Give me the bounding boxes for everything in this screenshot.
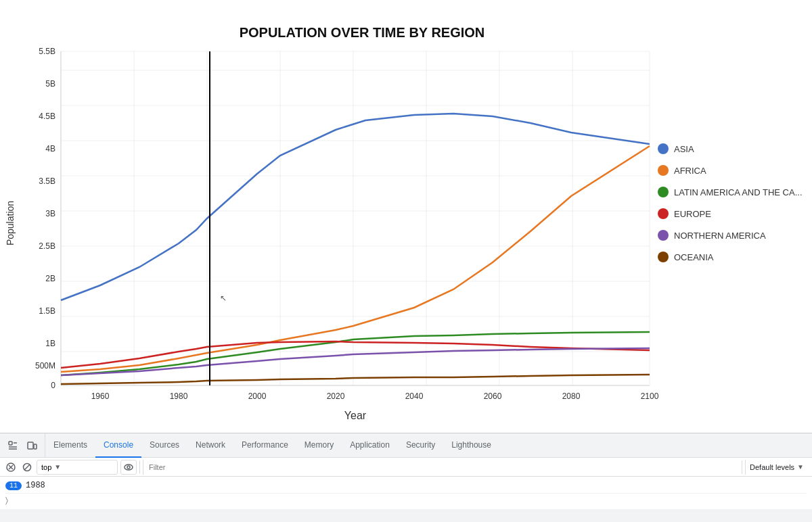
- tab-network[interactable]: Network: [187, 433, 233, 458]
- filter-input[interactable]: [143, 460, 739, 475]
- divider: [139, 460, 140, 474]
- svg-point-55: [125, 465, 133, 470]
- tab-sources[interactable]: Sources: [141, 433, 187, 458]
- svg-text:2.5B: 2.5B: [39, 241, 55, 251]
- context-selector[interactable]: top ▼: [37, 460, 118, 475]
- tab-console[interactable]: Console: [95, 433, 141, 458]
- legend-europe-label: EUROPE: [674, 209, 711, 219]
- svg-text:1B: 1B: [45, 339, 55, 348]
- svg-text:3.5B: 3.5B: [39, 176, 55, 186]
- svg-text:2040: 2040: [405, 392, 424, 401]
- legend-northam-dot: [658, 230, 669, 241]
- block-icon[interactable]: [20, 460, 34, 474]
- chevron-down-icon: ▼: [54, 463, 61, 471]
- svg-rect-44: [9, 442, 12, 445]
- log-level-value: Default levels: [750, 463, 794, 471]
- console-line-text: 1988: [26, 481, 45, 490]
- legend-africa-label: AFRICA: [674, 166, 706, 176]
- svg-text:1980: 1980: [170, 392, 188, 401]
- tab-security[interactable]: Security: [398, 433, 443, 458]
- devtools-icon-group: [0, 433, 45, 457]
- console-line-1: 11 1988: [5, 478, 807, 493]
- caret-icon: 〉: [5, 496, 8, 506]
- svg-point-56: [127, 466, 130, 469]
- device-toggle-button[interactable]: [24, 438, 39, 453]
- svg-rect-49: [34, 444, 37, 449]
- main-content: POPULATION OVER TIME BY REGION 5.5B 5B 4…: [0, 0, 812, 433]
- legend-asia-label: ASIA: [674, 144, 694, 154]
- devtools-panel: Elements Console Sources Network Perform…: [0, 433, 812, 522]
- devtools-tabs: Elements Console Sources Network Perform…: [0, 433, 812, 458]
- svg-text:2B: 2B: [45, 274, 55, 283]
- svg-text:2020: 2020: [327, 392, 345, 401]
- log-level-selector[interactable]: Default levels ▼: [745, 460, 808, 475]
- legend-africa-dot: [658, 165, 669, 176]
- svg-text:2000: 2000: [248, 392, 267, 401]
- svg-line-54: [24, 465, 30, 470]
- devtools-toolbar: top ▼ Default levels ▼: [0, 458, 812, 477]
- svg-text:Population: Population: [5, 201, 16, 245]
- tab-elements[interactable]: Elements: [45, 433, 95, 458]
- svg-text:2100: 2100: [641, 392, 659, 401]
- legend-europe-dot: [658, 208, 669, 219]
- svg-text:4.5B: 4.5B: [39, 112, 55, 121]
- chevron-down-icon2: ▼: [797, 463, 804, 471]
- svg-text:1960: 1960: [91, 392, 110, 401]
- legend-latam-label: LATIN AMERICA AND THE CA...: [674, 187, 803, 197]
- svg-text:1.5B: 1.5B: [39, 306, 55, 316]
- console-output: 11 1988 〉: [0, 477, 812, 509]
- inspect-element-button[interactable]: [5, 438, 20, 453]
- tab-memory[interactable]: Memory: [296, 433, 342, 458]
- chart-svg: POPULATION OVER TIME BY REGION 5.5B 5B 4…: [0, 0, 812, 433]
- svg-text:500M: 500M: [35, 361, 55, 371]
- console-line-2: 〉: [5, 493, 807, 508]
- svg-text:↖: ↖: [220, 293, 227, 303]
- svg-text:4B: 4B: [45, 144, 55, 153]
- svg-text:5.5B: 5.5B: [39, 47, 55, 56]
- divider2: [742, 460, 742, 474]
- eye-icon-button[interactable]: [120, 460, 137, 475]
- clear-console-button[interactable]: [4, 460, 18, 474]
- svg-text:0: 0: [51, 381, 55, 390]
- svg-rect-48: [28, 442, 33, 449]
- svg-text:3B: 3B: [45, 209, 55, 218]
- tab-performance[interactable]: Performance: [233, 433, 296, 458]
- tab-application[interactable]: Application: [342, 433, 398, 458]
- svg-text:2060: 2060: [484, 392, 502, 401]
- legend-latam-dot: [658, 187, 669, 197]
- legend-asia-dot: [658, 143, 669, 154]
- legend-oceania-label: OCEANIA: [674, 252, 714, 262]
- console-count-badge: 11: [5, 481, 22, 490]
- svg-text:5B: 5B: [45, 79, 55, 89]
- legend-northam-label: NORTHERN AMERICA: [674, 231, 766, 241]
- svg-text:2080: 2080: [562, 392, 581, 401]
- context-value: top: [41, 463, 51, 471]
- chart-title: POPULATION OVER TIME BY REGION: [240, 25, 485, 40]
- legend-oceania-dot: [658, 252, 669, 262]
- svg-text:Year: Year: [344, 410, 367, 421]
- tab-lighthouse[interactable]: Lighthouse: [443, 433, 499, 458]
